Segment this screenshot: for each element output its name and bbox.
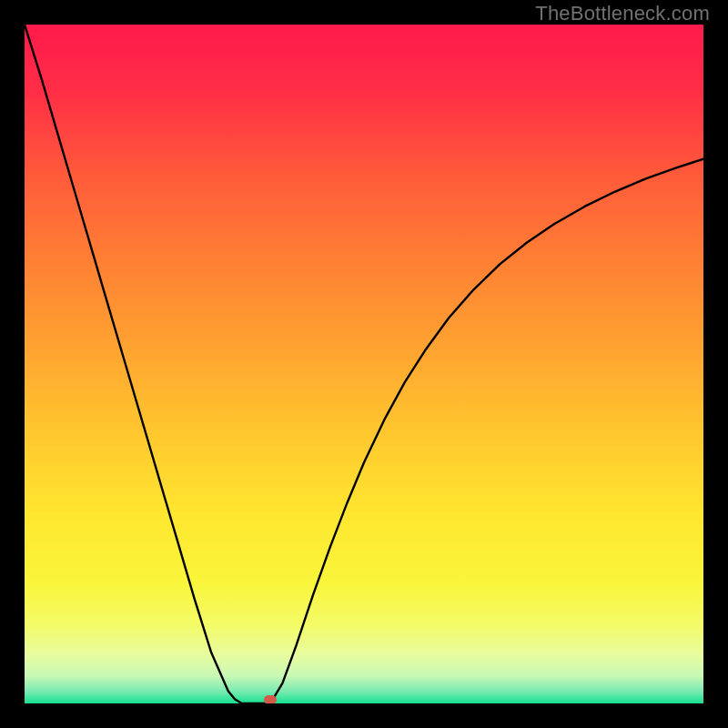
plot-area: [25, 25, 703, 703]
bottleneck-curve: [25, 25, 703, 703]
chart-frame: TheBottleneck.com: [0, 0, 728, 728]
optimal-point-marker: [264, 695, 277, 703]
watermark-text: TheBottleneck.com: [535, 2, 710, 25]
